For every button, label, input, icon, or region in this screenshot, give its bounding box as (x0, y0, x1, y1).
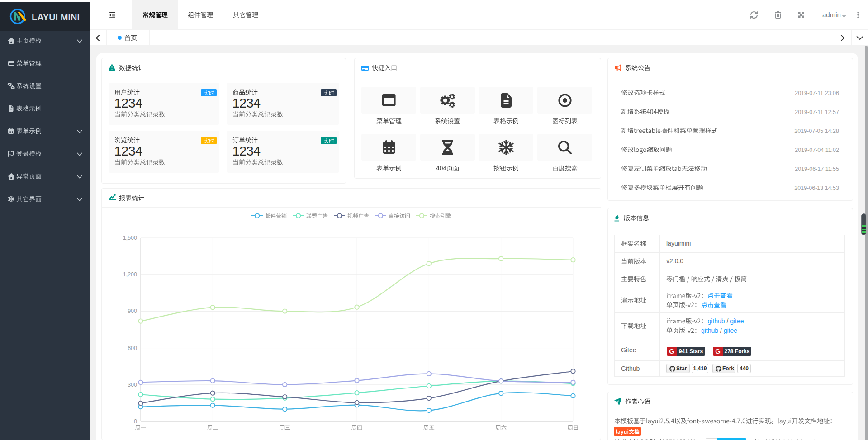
svg-text:900: 900 (128, 308, 137, 314)
svg-text:600: 600 (128, 345, 137, 351)
svg-text:1,500: 1,500 (123, 235, 137, 241)
svg-text:300: 300 (128, 382, 137, 388)
svg-text:1,200: 1,200 (123, 271, 137, 278)
svg-text:0: 0 (134, 418, 137, 425)
